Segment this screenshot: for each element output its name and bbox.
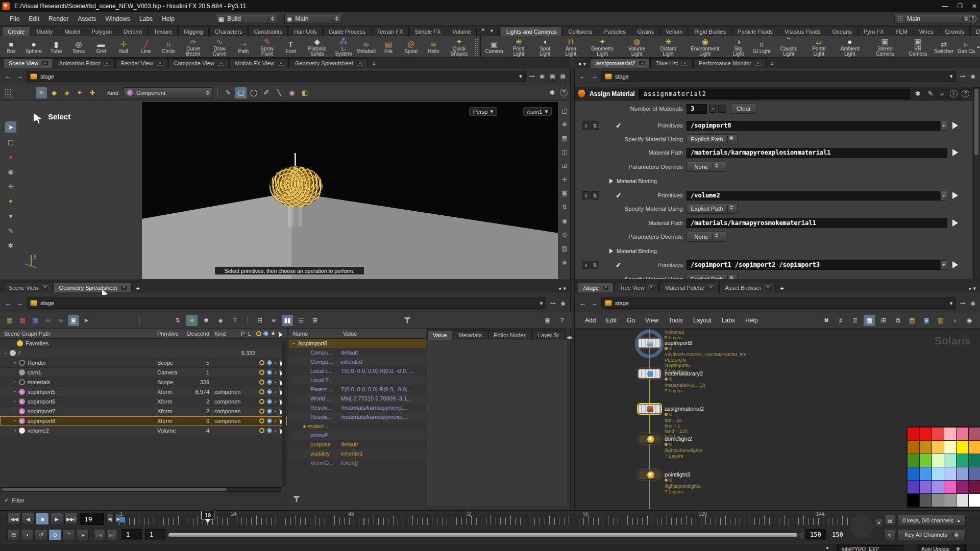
menu-item[interactable]: Help: [157, 13, 179, 24]
pin-icon[interactable]: ⊶: [958, 73, 967, 80]
menu-item[interactable]: Help: [740, 315, 763, 326]
shelf-tab[interactable]: Characters: [209, 27, 248, 36]
add-pane-tab-button[interactable]: +: [776, 284, 788, 292]
playbar-option-icon[interactable]: ↺: [35, 529, 47, 540]
table-row[interactable]: xformO... token[]: [289, 458, 426, 467]
shelf-tool[interactable]: ⁂ L-System: [332, 36, 355, 58]
network-tool-icon[interactable]: ⌕: [949, 315, 961, 326]
color-swatch[interactable]: [957, 481, 968, 493]
minimize-button[interactable]: —: [942, 3, 948, 10]
close-icon[interactable]: ✕: [278, 61, 284, 66]
network-node[interactable]: pointlight3 /lights/pointlight3 7 Layers: [635, 470, 788, 480]
color-swatch[interactable]: [969, 494, 980, 507]
transport-button[interactable]: ▶▶|: [64, 513, 78, 525]
viewport-tool-icon[interactable]: ✦: [5, 195, 16, 207]
path-field[interactable]: stage ▾: [27, 71, 526, 82]
shelf-tool[interactable]: ▱ Portal Light: [804, 36, 833, 58]
playbar-option-icon[interactable]: ·▸: [76, 529, 89, 540]
display-option-icon[interactable]: ◳: [559, 105, 570, 116]
desktop-selector[interactable]: Main: [894, 14, 971, 24]
shelf-tab[interactable]: Particle Fluids: [732, 27, 778, 36]
shelf-tool[interactable]: ▮ Tube: [45, 39, 67, 55]
playback-range-bar[interactable]: [168, 533, 797, 537]
shelf-tool[interactable]: ⊓ Area Light: [558, 36, 584, 58]
range-forward-button[interactable]: ▶|: [106, 529, 117, 540]
shelf-tool[interactable]: ≋ Helix: [422, 39, 445, 55]
close-icon[interactable]: ✕: [648, 285, 655, 290]
color-swatch[interactable]: [957, 494, 968, 507]
shelf-tab[interactable]: Rigging: [178, 27, 208, 36]
sheet-tool-icon[interactable]: ⊟: [254, 315, 265, 326]
pane-tab[interactable]: Take List ✕: [650, 58, 693, 68]
transport-button[interactable]: |◀◀: [7, 513, 20, 525]
graph-tool-icon[interactable]: ∞: [55, 315, 66, 326]
params-scrollbar[interactable]: [973, 87, 979, 279]
col-name[interactable]: Name: [289, 331, 341, 337]
table-row[interactable]: + C sopimport8 Xform 6 componen: [0, 416, 287, 426]
visibility-toggle[interactable]: [267, 418, 272, 423]
path-dropdown-icon[interactable]: ▾: [950, 73, 953, 80]
graph-tool-icon[interactable]: ➤: [81, 315, 92, 326]
keys-status-box[interactable]: 0 keys, 0/0 channels ▲: [897, 515, 966, 526]
color-swatch[interactable]: [957, 428, 968, 440]
table-row[interactable]: Local t... T(0.0, 0.0, 0.0) R(0.0, -0.0,…: [289, 366, 426, 375]
close-icon[interactable]: ✕: [357, 61, 363, 66]
menu-item[interactable]: Tools: [664, 315, 688, 326]
shelf-tool[interactable]: ▣ VR Camera: [903, 36, 933, 58]
filter-check-icon[interactable]: ✓: [4, 497, 9, 504]
shelf-tool[interactable]: ○ GI Light: [750, 39, 773, 55]
node-body[interactable]: [638, 434, 661, 444]
camera-button[interactable]: /cam1 ▾: [523, 107, 552, 116]
close-icon[interactable]: ✕: [765, 285, 771, 290]
pin-icon[interactable]: ⊶: [958, 300, 967, 307]
table-row[interactable]: purpose default: [289, 440, 426, 449]
shelf-tab[interactable]: Model: [59, 27, 85, 36]
tree-tool-icon[interactable]: ✱: [201, 315, 212, 326]
restore-button[interactable]: ❐: [957, 3, 963, 10]
pane-tab[interactable]: Asset Browser ✕: [719, 283, 776, 292]
material-path-field[interactable]: /materials/karmapyrosmokematerial1: [687, 218, 947, 228]
col-l[interactable]: L: [248, 331, 255, 337]
menu-item[interactable]: Windows: [101, 13, 135, 24]
tree-vertical-scrollbar[interactable]: [282, 340, 286, 486]
network-tool-icon[interactable]: ◉: [964, 315, 975, 326]
expand-toggle[interactable]: +: [12, 380, 18, 385]
radial-menu-icon[interactable]: ◉: [538, 73, 547, 80]
shelf-tool[interactable]: ■ Box: [0, 39, 22, 55]
network-node[interactable]: materiallibrary2 /materials/AO... (3) 7 …: [635, 369, 788, 379]
close-icon[interactable]: ✕: [639, 61, 645, 66]
help-icon[interactable]: ?: [560, 89, 568, 96]
shelf-tool[interactable]: ▬ Grid: [90, 39, 112, 55]
node-body[interactable]: [638, 338, 661, 348]
viewport-tool-icon[interactable]: ◉: [5, 166, 16, 177]
pane-tab[interactable]: Motion FX View ✕: [229, 58, 289, 68]
shelf-tab[interactable]: Guide Process: [323, 27, 371, 36]
shelf-tool[interactable]: ╱ Line: [135, 39, 157, 55]
pane-dropdown-icon[interactable]: ▾: [973, 285, 976, 292]
selection-tool-icon[interactable]: ▢: [235, 87, 247, 98]
network-node[interactable]: sopimport8 /obj/EXPLOSION_AXIOM/AXIOM_EX…: [635, 338, 788, 348]
color-swatch[interactable]: [944, 481, 956, 493]
menu-item[interactable]: Layout: [688, 315, 717, 326]
viewport-tool-icon[interactable]: ▢: [5, 136, 16, 147]
playbar-option-icon[interactable]: ◖: [21, 529, 34, 540]
menu-item[interactable]: Labs: [717, 315, 740, 326]
layout-icon[interactable]: ▦: [559, 73, 567, 80]
sheet-tool-icon[interactable]: ⊞: [309, 315, 321, 326]
collapse-arrow-icon[interactable]: [609, 248, 613, 254]
back-icon[interactable]: ←: [3, 72, 13, 80]
expand-toggle[interactable]: +: [12, 360, 18, 365]
shelf-tool[interactable]: ∞ Metaball: [355, 39, 377, 55]
path-dropdown-icon[interactable]: ▾: [540, 300, 543, 307]
activate-toggle[interactable]: [259, 380, 264, 385]
menu-item[interactable]: View: [640, 315, 664, 326]
material-binding-label[interactable]: Material Binding: [617, 248, 657, 254]
display-option-icon[interactable]: ⊙: [559, 229, 570, 240]
color-swatch[interactable]: [944, 441, 956, 454]
radial-menu-icon[interactable]: ◉: [559, 300, 567, 307]
color-swatch[interactable]: [969, 454, 980, 467]
add-pane-tab-button[interactable]: +: [368, 60, 379, 68]
shelf-tool[interactable]: ✦ Geometry Light: [584, 36, 621, 58]
pin-icon[interactable]: ⊶: [548, 300, 557, 307]
path-dropdown-icon[interactable]: ▾: [950, 300, 953, 307]
